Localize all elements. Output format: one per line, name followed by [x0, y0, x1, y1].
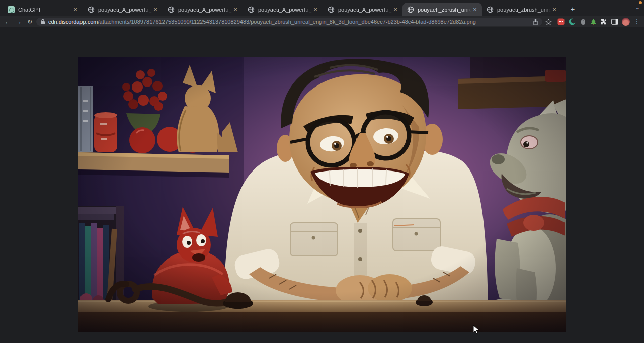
profile-avatar[interactable]	[622, 18, 630, 26]
url-text: cdn.discordapp.com/attachments/108978176…	[48, 19, 533, 25]
tab-pouyaeti-1[interactable]: pouyaeti_A_powerful_modern ×	[83, 3, 163, 16]
mouse-extension-icon[interactable]	[579, 18, 587, 26]
new-tab-button[interactable]: +	[568, 4, 578, 14]
page-content	[0, 27, 644, 343]
back-button[interactable]: ←	[3, 17, 12, 26]
globe-favicon-icon	[487, 6, 494, 13]
tab-close-icon[interactable]: ×	[152, 6, 159, 13]
record-indicator	[639, 1, 642, 4]
tab-label: pouyaeti_zbrush_unreal_engin	[418, 7, 471, 13]
tab-close-icon[interactable]: ×	[551, 6, 558, 13]
dark-reader-moon-icon[interactable]	[568, 18, 576, 26]
lock-icon	[40, 19, 45, 25]
forward-button[interactable]: →	[14, 17, 23, 26]
tab-chatgpt[interactable]: ChatGPT ×	[3, 3, 83, 16]
tab-pouyaeti-3[interactable]: pouyaeti_A_powerful_modern ×	[243, 3, 323, 16]
tab-label: pouyaeti_A_powerful_modern	[258, 7, 312, 13]
tab-close-icon[interactable]: ×	[312, 6, 319, 13]
tab-close-icon[interactable]: ×	[232, 6, 239, 13]
tab-overflow-chevron-icon[interactable]: ⌄	[635, 4, 640, 11]
tab-close-icon[interactable]: ×	[392, 6, 399, 13]
bookmark-star-icon[interactable]	[544, 18, 552, 26]
address-bar[interactable]: cdn.discordapp.com/attachments/108978176…	[36, 18, 542, 26]
tab-close-icon[interactable]: ×	[471, 6, 478, 13]
globe-favicon-icon	[88, 6, 95, 13]
vignette	[78, 57, 566, 332]
browser-toolbar: ← → ↻ cdn.discordapp.com/attachments/108…	[0, 16, 644, 27]
discord-attachment-image[interactable]	[78, 57, 566, 332]
toon-scene	[78, 57, 566, 332]
red-extension-icon[interactable]	[557, 18, 565, 26]
globe-favicon-icon	[168, 6, 175, 13]
extensions-puzzle-icon[interactable]	[600, 18, 608, 26]
tab-pouyaeti-2[interactable]: pouyaeti_A_powerful_modern ×	[163, 3, 243, 16]
side-panel-icon[interactable]	[611, 18, 619, 26]
tab-label: pouyaeti_A_powerful_modern	[178, 7, 232, 13]
tree-extension-icon[interactable]	[589, 18, 597, 26]
tab-zbrush-active[interactable]: pouyaeti_zbrush_unreal_engin ×	[403, 3, 482, 16]
tab-label: pouyaeti_zbrush_unreal_engin	[497, 7, 551, 13]
tab-pouyaeti-4[interactable]: pouyaeti_A_powerful_modern ×	[323, 3, 403, 16]
url-path: /attachments/1089781761275351090/1122543…	[98, 19, 476, 25]
globe-favicon-icon	[328, 6, 335, 13]
tab-close-icon[interactable]: ×	[72, 6, 79, 13]
mouse-cursor	[473, 325, 479, 334]
globe-favicon-icon	[248, 6, 255, 13]
url-domain: cdn.discordapp.com	[48, 19, 98, 25]
chatgpt-favicon-icon	[8, 6, 15, 13]
reload-button[interactable]: ↻	[25, 17, 34, 26]
tab-label: pouyaeti_A_powerful_modern	[338, 7, 392, 13]
tab-zbrush-2[interactable]: pouyaeti_zbrush_unreal_engin ×	[482, 3, 561, 16]
tab-label: ChatGPT	[18, 7, 72, 13]
tab-strip: ChatGPT × pouyaeti_A_powerful_modern × p…	[0, 0, 644, 16]
browser-menu-icon[interactable]: ⋮	[633, 18, 641, 26]
tab-label: pouyaeti_A_powerful_modern	[98, 7, 152, 13]
share-icon[interactable]	[533, 19, 538, 25]
browser-window: ChatGPT × pouyaeti_A_powerful_modern × p…	[0, 0, 644, 343]
tabs: ChatGPT × pouyaeti_A_powerful_modern × p…	[3, 3, 561, 16]
globe-favicon-icon	[407, 6, 414, 13]
